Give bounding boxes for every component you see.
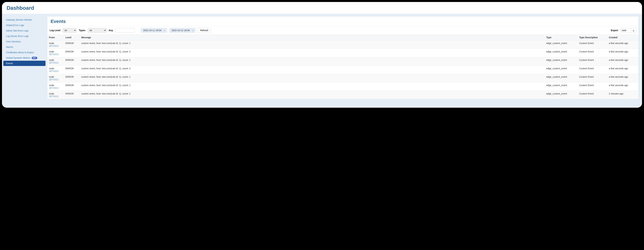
cell-message: custom event, host: test.com(rule id: 1)… [80, 91, 544, 99]
key-input[interactable] [115, 28, 135, 33]
from-ip-link[interactable]: 127.0.0.1 [49, 86, 58, 89]
sidebar-item-log-server-error-logs[interactable]: Log Server Error Logs [3, 34, 46, 39]
sidebar-item-admin-site-error-logs[interactable]: Admin Site Error Logs [3, 28, 46, 33]
from-node: node [49, 67, 62, 70]
events-table: From Level Message Type Type Description… [47, 35, 638, 99]
cell-from: node127.0.0.1 [47, 74, 64, 82]
table-row: node127.0.0.1ERRORcustom event, host: te… [47, 40, 638, 49]
cell-from: node127.0.0.1 [47, 91, 64, 99]
clear-date-from-icon[interactable]: × [164, 29, 166, 32]
cell-level: ERROR [64, 91, 80, 99]
cell-type-desc: Custom Event [578, 57, 607, 66]
cell-message: custom event, host: test.com(rule id: 1)… [80, 57, 544, 66]
sidebar-item-alarms[interactable]: Alarms [3, 44, 46, 50]
col-created: Created [607, 35, 638, 40]
from-ip-link[interactable]: 127.0.0.1 [49, 78, 58, 81]
page-title: Events [47, 16, 638, 26]
log-level-label: Log Level [50, 29, 60, 32]
app-title: Dashboard [6, 5, 638, 11]
col-from: From [47, 35, 64, 40]
from-ip-link[interactable]: 127.0.0.1 [49, 44, 58, 47]
cell-message: custom event, host: test.com(rule id: 1)… [80, 49, 544, 57]
cell-created: a few seconds ago [607, 74, 638, 82]
sidebar-item-label: Events [6, 62, 13, 65]
cell-type: edge_custom_event [544, 40, 578, 49]
cell-type: edge_custom_event [544, 66, 578, 74]
sidebar-item-label: Log Server Error Logs [6, 35, 29, 38]
from-node: node [49, 84, 62, 86]
sidebar-item-certificates-about-to-expire[interactable]: Certificates About to Expire [3, 50, 46, 55]
cell-type: edge_custom_event [544, 91, 578, 99]
cell-level: ERROR [64, 66, 80, 74]
cell-level: ERROR [64, 57, 80, 66]
cell-type-desc: Custom Event [578, 40, 607, 49]
table-row: node127.0.0.1ERRORcustom event, host: te… [47, 49, 638, 57]
cell-type-desc: Custom Event [578, 66, 607, 74]
from-ip-link[interactable]: 127.0.0.1 [49, 95, 58, 98]
from-ip-link[interactable]: 127.0.0.1 [49, 70, 58, 72]
cell-from: node127.0.0.1 [47, 82, 64, 91]
from-ip-link[interactable]: 127.0.0.1 [49, 61, 58, 64]
sidebar-item-label: Admin Site Error Logs [6, 29, 28, 32]
sidebar-item-global-dynamic-metrics[interactable]: Global Dynamic MetricsENT [3, 55, 46, 60]
cell-type-desc: Custom Event [578, 49, 607, 57]
from-node: node [49, 92, 62, 95]
table-row: node127.0.0.1ERRORcustom event, host: te… [47, 66, 638, 74]
types-select[interactable]: All [88, 28, 106, 33]
cell-message: custom event, host: test.com(rule id: 1)… [80, 40, 544, 49]
sidebar-item-user-sessions[interactable]: User Sessions [3, 39, 46, 44]
cell-message: custom event, host: test.com(rule id: 1)… [80, 66, 544, 74]
sidebar-item-gateway-servers-monitor[interactable]: Gateway Servers Monitor [3, 17, 46, 22]
cell-created: a few seconds ago [607, 57, 638, 66]
sidebar: Gateway Servers MonitorGlobal Error Logs… [3, 16, 46, 100]
sidebar-item-events[interactable]: Events [3, 61, 46, 66]
cell-type-desc: Custom Event [578, 91, 607, 99]
cell-message: custom event, host: test.com(rule id: 1)… [80, 82, 544, 91]
cell-level: ERROR [64, 49, 80, 57]
sidebar-item-label: Gateway Servers Monitor [6, 18, 32, 21]
sidebar-item-label: Certificates About to Expire [6, 51, 34, 54]
sidebar-item-badge: ENT [32, 57, 37, 59]
col-message: Message [80, 35, 544, 40]
from-node: node [49, 50, 62, 53]
main-panel: Events Log Level All Types All Key 2022-… [47, 16, 639, 100]
cell-level: ERROR [64, 82, 80, 91]
sidebar-item-label: Alarms [6, 46, 13, 48]
cell-type-desc: Custom Event [578, 74, 607, 82]
cell-created: a few seconds ago [607, 82, 638, 91]
from-node: node [49, 76, 62, 78]
sidebar-item-global-error-logs[interactable]: Global Error Logs [3, 22, 46, 28]
cell-created: a few seconds ago [607, 40, 638, 49]
cell-level: ERROR [64, 74, 80, 82]
from-node: node [49, 42, 62, 44]
sidebar-item-label: User Sessions [6, 40, 21, 43]
date-to-value: 2022-10-12 18:04 [172, 29, 190, 32]
date-to-input[interactable]: 2022-10-12 18:04 × [169, 28, 196, 33]
cell-from: node127.0.0.1 [47, 49, 64, 57]
cell-created: a few seconds ago [607, 49, 638, 57]
cell-from: node127.0.0.1 [47, 57, 64, 66]
cell-type: edge_custom_event [544, 49, 578, 57]
table-row: node127.0.0.1ERRORcustom event, host: te… [47, 91, 638, 99]
export-count-input[interactable] [620, 28, 631, 33]
date-from-input[interactable]: 2022-10-11 18:04 × [141, 28, 167, 33]
cell-type: edge_custom_event [544, 82, 578, 91]
export-button[interactable] [631, 28, 636, 33]
filter-bar: Log Level All Types All Key 2022-10-11 1… [47, 26, 638, 35]
clear-date-to-icon[interactable]: × [192, 29, 194, 32]
sidebar-item-label: Global Error Logs [6, 24, 24, 26]
from-ip-link[interactable]: 127.0.0.1 [49, 53, 58, 56]
download-icon [632, 29, 634, 32]
cell-created: a few seconds ago [607, 66, 638, 74]
cell-level: ERROR [64, 40, 80, 49]
app-window: Dashboard Gateway Servers MonitorGlobal … [2, 2, 642, 108]
log-level-select[interactable]: All [63, 28, 76, 33]
cell-from: node127.0.0.1 [47, 40, 64, 49]
col-level: Level [64, 35, 80, 40]
cell-from: node127.0.0.1 [47, 66, 64, 74]
table-row: node127.0.0.1ERRORcustom event, host: te… [47, 82, 638, 91]
cell-message: custom event, host: test.com(rule id: 1)… [80, 74, 544, 82]
refresh-button[interactable]: Refresh [198, 28, 211, 33]
export-label: Export [611, 29, 618, 32]
cell-type-desc: Custom Event [578, 82, 607, 91]
